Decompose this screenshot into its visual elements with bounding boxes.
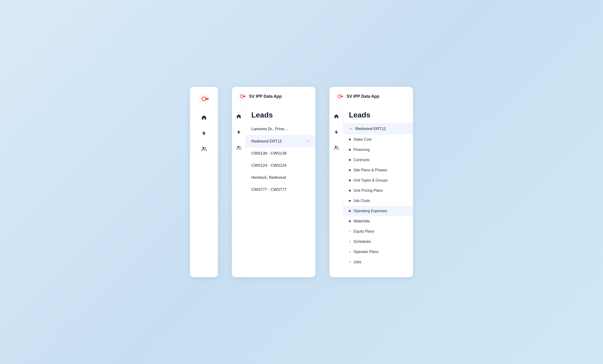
people-icon-p1[interactable] xyxy=(199,144,209,154)
lead-label: CWS139 - CWS139 xyxy=(251,151,286,156)
bolt-icon-p2[interactable] xyxy=(234,127,244,137)
bullet-icon xyxy=(349,210,351,212)
panel3-body: Leads ← Redmond ERT12 Sales Cost Financi… xyxy=(329,105,413,277)
svg-point-2 xyxy=(203,147,204,149)
bullet-icon xyxy=(349,251,351,253)
panels-container: SV IPP Data App xyxy=(190,87,413,277)
menu-item-item-operating[interactable]: Operating Expenses xyxy=(343,206,413,216)
panel-leads-list: SV IPP Data App xyxy=(232,87,315,277)
home-icon-p3[interactable] xyxy=(332,112,341,121)
panel2-section-title: Leads xyxy=(246,105,315,123)
panel3-app-title: SV IPP Data App xyxy=(347,94,379,99)
menu-item-item-sales-cost[interactable]: Sales Cost xyxy=(343,134,413,145)
bullet-icon xyxy=(349,230,351,232)
bullet-icon xyxy=(349,169,351,171)
svg-point-10 xyxy=(335,146,336,148)
lead-item-lead-5[interactable]: Hemlock, Redmond xyxy=(246,171,315,184)
panel3-section-title: Leads xyxy=(343,105,413,123)
bullet-icon xyxy=(349,149,351,151)
bullet-icon xyxy=(349,190,351,192)
menu-item-label: Job Costs xyxy=(354,199,370,203)
logo-panel2 xyxy=(237,92,246,101)
menu-item-label: Equity Plans xyxy=(354,229,374,234)
menu-item-label: Financing xyxy=(354,148,370,152)
panel3-header: SV IPP Data App xyxy=(329,87,413,105)
panel3-main: Leads ← Redmond ERT12 Sales Cost Financi… xyxy=(343,105,413,277)
people-icon-p2[interactable] xyxy=(234,143,244,152)
home-icon-p1[interactable] xyxy=(199,113,209,122)
lead-item-lead-3[interactable]: CWS139 - CWS139 xyxy=(246,148,315,159)
bullet-icon xyxy=(349,220,351,222)
lead-label: CWS777 - CWS777 xyxy=(251,187,286,192)
panel3-sidebar xyxy=(329,105,343,277)
menu-item-item-unit-types[interactable]: Unit Types & Groups xyxy=(343,175,413,185)
lead-arrow-icon: → xyxy=(306,139,310,144)
menu-item-label: Sales Cost xyxy=(354,137,371,142)
menu-item-label: Unit Types & Groups xyxy=(354,178,388,182)
panel2-sidebar xyxy=(232,105,246,277)
lead-label: Hemlock, Redmond xyxy=(251,175,286,180)
menu-item-item-jobs[interactable]: Jobs xyxy=(343,257,413,267)
menu-item-item-waterfalls[interactable]: Waterfalls xyxy=(343,216,413,226)
lead-label: CWS124 - CWS124 xyxy=(251,163,286,168)
svg-point-7 xyxy=(239,146,240,148)
bullet-icon xyxy=(349,180,351,181)
logo-panel1 xyxy=(198,93,209,104)
nav-icons-panel1 xyxy=(199,113,209,154)
panel2-main: Leads Lamonta Dr., Prine... Redmond ERT1… xyxy=(246,105,315,277)
menu-item-label: Waterfalls xyxy=(354,219,370,223)
logo-panel3 xyxy=(335,92,344,101)
menu-item-label: Contracts xyxy=(354,158,369,162)
menu-item-label: Operating Expenses xyxy=(354,209,387,213)
lead-item-lead-4[interactable]: CWS124 - CWS124 xyxy=(246,159,315,171)
bolt-icon-p3[interactable] xyxy=(332,127,341,137)
menu-item-item-equity-plans[interactable]: Equity Plans xyxy=(343,226,413,237)
panel-detail-menu: SV IPP Data App xyxy=(329,87,413,277)
people-icon-p3[interactable] xyxy=(332,143,341,152)
menu-item-item-financing[interactable]: Financing xyxy=(343,145,413,155)
menu-item-label: Site Plans & Phases xyxy=(354,168,387,172)
back-label: Redmond ERT12 xyxy=(355,126,386,131)
panel-icon-sidebar xyxy=(190,87,218,277)
panel2-body: Leads Lamonta Dr., Prine... Redmond ERT1… xyxy=(232,105,315,277)
bullet-icon xyxy=(349,261,351,263)
svg-point-3 xyxy=(205,148,206,148)
panel2-app-title: SV IPP Data App xyxy=(249,94,282,99)
home-icon-p2[interactable] xyxy=(234,112,244,121)
bullet-icon xyxy=(349,200,351,202)
menu-item-label: Jobs xyxy=(354,260,361,264)
back-button[interactable]: ← Redmond ERT12 xyxy=(343,123,413,134)
menu-item-label: Unit Pricing Plans xyxy=(354,189,383,193)
menu-item-item-schedules[interactable]: Schedules xyxy=(343,237,413,247)
menu-item-label: Operator Plans xyxy=(354,250,379,254)
lead-label: Redmond ERT12 xyxy=(251,139,282,144)
svg-point-6 xyxy=(237,146,239,148)
bolt-icon-p1[interactable] xyxy=(199,129,209,138)
lead-label: Lamonta Dr., Prine... xyxy=(251,127,288,131)
bullet-icon xyxy=(349,241,351,243)
lead-item-lead-1[interactable]: Lamonta Dr., Prine... xyxy=(246,123,315,135)
lead-item-lead-2[interactable]: Redmond ERT12 → xyxy=(246,135,315,148)
menu-item-item-contracts[interactable]: Contracts xyxy=(343,155,413,165)
panel2-header: SV IPP Data App xyxy=(232,87,315,105)
back-arrow-icon: ← xyxy=(349,126,353,131)
menu-item-item-unit-pricing[interactable]: Unit Pricing Plans xyxy=(343,185,413,196)
menu-item-item-site-plans[interactable]: Site Plans & Phases xyxy=(343,165,413,175)
bullet-icon xyxy=(349,139,351,140)
menu-item-item-operator-plans[interactable]: Operator Plans xyxy=(343,247,413,257)
detail-menu-list: Sales Cost Financing Contracts Site Plan… xyxy=(343,134,413,267)
leads-list: Lamonta Dr., Prine... Redmond ERT12 → CW… xyxy=(246,123,315,196)
bullet-icon xyxy=(349,159,351,161)
lead-item-lead-6[interactable]: CWS777 - CWS777 xyxy=(246,184,315,196)
menu-item-item-job-costs[interactable]: Job Costs xyxy=(343,196,413,206)
menu-item-label: Schedules xyxy=(354,239,371,244)
svg-point-11 xyxy=(337,146,338,148)
